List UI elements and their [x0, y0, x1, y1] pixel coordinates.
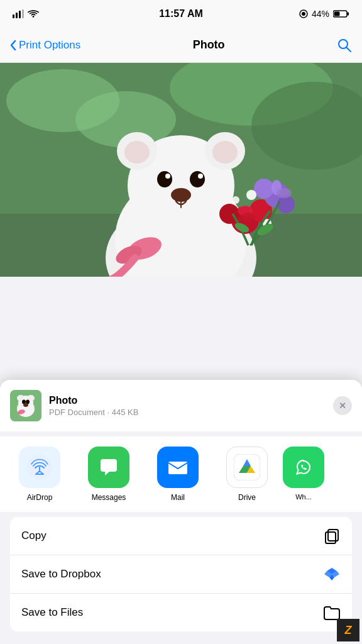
airdrop-app[interactable]: AirDrop — [5, 447, 74, 502]
whatsapp-label: Wh... — [295, 493, 312, 501]
mail-app[interactable]: Mail — [143, 447, 212, 502]
mail-label: Mail — [171, 493, 185, 502]
messages-symbol — [96, 454, 122, 480]
svg-rect-8 — [334, 12, 340, 16]
svg-point-43 — [246, 190, 256, 200]
svg-point-6 — [302, 12, 305, 16]
svg-rect-9 — [348, 13, 349, 16]
svg-point-37 — [242, 213, 255, 221]
svg-point-4 — [33, 16, 35, 18]
wifi-icon — [28, 9, 39, 18]
copy-action[interactable]: Copy — [10, 517, 352, 555]
copy-label: Copy — [21, 530, 47, 542]
status-time: 11:57 AM — [159, 8, 203, 19]
files-label: Save to Files — [21, 606, 83, 619]
drive-app[interactable]: Drive — [212, 447, 282, 502]
back-label: Print Options — [19, 39, 80, 52]
action-list: Copy Save to Dropbox — [10, 517, 352, 631]
share-file-subtitle: PDF Document · 445 KB — [49, 408, 326, 417]
search-button[interactable] — [337, 38, 352, 53]
svg-rect-1 — [16, 13, 18, 18]
svg-point-24 — [212, 141, 238, 164]
messages-app[interactable]: Messages — [74, 447, 143, 502]
close-icon: ✕ — [339, 401, 346, 411]
drive-label: Drive — [238, 493, 256, 502]
chevron-left-icon — [10, 40, 16, 51]
status-right: 44% — [299, 9, 349, 19]
svg-point-39 — [254, 179, 274, 199]
svg-point-28 — [198, 174, 203, 179]
svg-point-40 — [277, 196, 295, 213]
drive-symbol — [234, 454, 260, 480]
svg-line-11 — [346, 47, 351, 52]
share-file-title: Photo — [49, 395, 326, 406]
close-button[interactable]: ✕ — [333, 396, 352, 415]
record-icon — [299, 9, 308, 18]
share-info: Photo PDF Document · 445 KB — [49, 395, 326, 417]
nav-bar: Print Options Photo — [0, 28, 362, 63]
share-header: Photo PDF Document · 445 KB ✕ — [0, 380, 362, 431]
drive-icon-bg — [226, 447, 268, 488]
thumbnail-image — [10, 390, 41, 421]
messages-icon — [88, 447, 129, 488]
copy-symbol — [323, 527, 341, 545]
svg-point-44 — [232, 196, 239, 204]
airdrop-icon — [19, 447, 60, 488]
page-title: Photo — [193, 38, 225, 52]
status-bar: 11:57 AM 44% — [0, 0, 362, 28]
svg-rect-3 — [22, 9, 24, 18]
apps-row: AirDrop Messages Mail — [0, 436, 362, 512]
files-action[interactable]: Save to Files — [10, 594, 352, 631]
watermark-text: Z — [345, 624, 352, 637]
airdrop-symbol — [26, 454, 53, 480]
svg-rect-68 — [326, 532, 336, 543]
dropbox-icon — [323, 565, 341, 583]
back-button[interactable]: Print Options — [10, 39, 80, 52]
battery-icon — [333, 9, 349, 18]
svg-rect-67 — [290, 454, 317, 480]
watermark: Z — [337, 619, 359, 641]
svg-point-42 — [277, 188, 292, 198]
svg-point-55 — [23, 403, 28, 407]
whatsapp-app[interactable]: Wh... — [282, 447, 326, 502]
mail-icon-bg — [157, 447, 199, 488]
photo-preview — [0, 63, 362, 277]
airdrop-label: AirDrop — [27, 493, 53, 502]
copy-icon — [323, 527, 341, 545]
photo-image — [0, 63, 362, 277]
svg-point-25 — [157, 171, 172, 187]
search-icon — [337, 38, 352, 53]
svg-point-26 — [190, 171, 205, 187]
svg-point-22 — [124, 141, 150, 164]
svg-point-27 — [165, 174, 170, 179]
dropbox-symbol — [323, 565, 341, 583]
share-sheet: Photo PDF Document · 445 KB ✕ — [0, 380, 362, 644]
share-thumbnail — [10, 390, 41, 421]
dropbox-action[interactable]: Save to Dropbox — [10, 555, 352, 594]
whatsapp-icon-bg — [283, 447, 324, 488]
battery-percentage: 44% — [312, 9, 329, 19]
signal-icon — [13, 9, 24, 18]
svg-point-29 — [171, 188, 191, 202]
whatsapp-symbol — [290, 454, 317, 480]
svg-rect-0 — [13, 14, 14, 18]
dropbox-label: Save to Dropbox — [21, 568, 101, 580]
mail-symbol — [165, 454, 191, 480]
status-left — [13, 9, 39, 18]
messages-label: Messages — [92, 493, 126, 502]
svg-rect-69 — [328, 530, 338, 541]
svg-rect-2 — [19, 11, 21, 18]
